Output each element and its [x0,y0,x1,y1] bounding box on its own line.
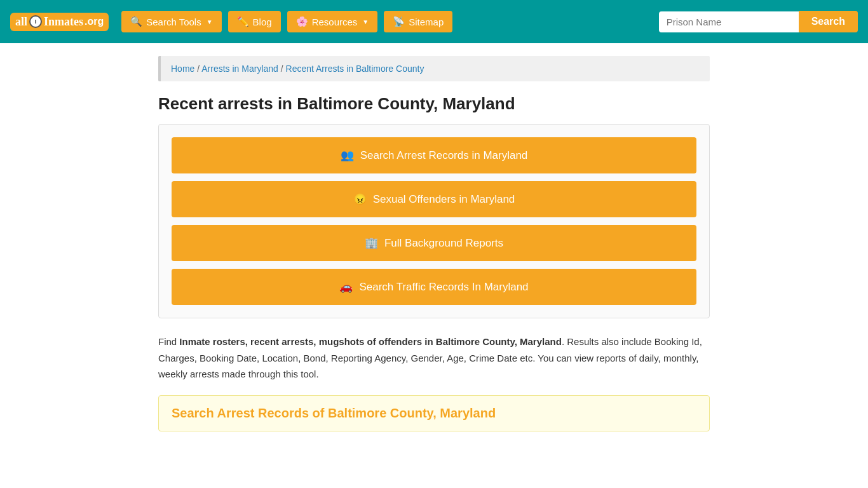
nav-resources[interactable]: 🌸 Resources ▼ [287,11,378,32]
logo-text-org: .org [85,16,104,27]
nav-search-tools[interactable]: 🔍 Search Tools ▼ [121,11,221,32]
search-tools-icon: 🔍 [130,16,142,27]
main-header: all I Inmates .org 🔍 Search Tools ▼ ✏️ B… [0,0,868,43]
breadcrumb-separator-2: / [281,64,286,74]
sitemap-icon: 📡 [393,16,405,27]
nav-sitemap[interactable]: 📡 Sitemap [384,11,452,32]
nav-sitemap-label: Sitemap [409,17,444,27]
background-reports-label: Full Background Reports [384,237,503,250]
arrest-records-icon: 👥 [341,149,354,162]
nav-blog-label: Blog [253,17,272,27]
search-arrest-records-label: Search Arrest Records in Maryland [360,149,528,162]
header-search-button-label: Search [811,16,845,27]
breadcrumb: Home / Arrests in Maryland / Recent Arre… [158,56,710,81]
description-intro: Find [158,336,179,347]
main-content: Home / Arrests in Maryland / Recent Arre… [0,43,868,444]
search-section-title: Search Arrest Records of Baltimore Count… [172,406,696,421]
search-arrest-records-button[interactable]: 👥 Search Arrest Records in Maryland [172,137,696,173]
traffic-records-icon: 🚗 [339,280,353,294]
sexual-offenders-button[interactable]: 😠 Sexual Offenders in Maryland [172,181,696,217]
logo[interactable]: all I Inmates .org [10,13,109,31]
chevron-down-icon: ▼ [207,18,213,25]
prison-name-input[interactable] [659,11,799,32]
blog-icon: ✏️ [237,16,249,27]
logo-text-all: all [15,15,27,29]
nav-search-tools-label: Search Tools [146,17,201,27]
traffic-records-label: Search Traffic Records In Maryland [359,281,528,294]
nav-blog[interactable]: ✏️ Blog [228,11,281,32]
sexual-offenders-label: Sexual Offenders in Maryland [373,193,515,206]
nav-resources-label: Resources [312,17,358,27]
traffic-records-button[interactable]: 🚗 Search Traffic Records In Maryland [172,269,696,305]
breadcrumb-arrests-maryland[interactable]: Arrests in Maryland [201,64,278,74]
description-text: Find Inmate rosters, recent arrests, mug… [158,334,710,383]
background-reports-icon: 🏢 [365,236,378,250]
header-search-button[interactable]: Search [799,11,858,32]
resources-icon: 🌸 [296,16,308,27]
page-title: Recent arrests in Baltimore County, Mary… [158,94,710,114]
action-buttons-card: 👥 Search Arrest Records in Maryland 😠 Se… [158,124,710,318]
logo-text-inmates: Inmates [44,15,83,29]
search-section: Search Arrest Records of Baltimore Count… [158,395,710,431]
breadcrumb-home[interactable]: Home [171,64,194,74]
logo-icon: I [29,15,42,28]
sexual-offenders-icon: 😠 [353,193,367,206]
background-reports-button[interactable]: 🏢 Full Background Reports [172,225,696,261]
breadcrumb-current[interactable]: Recent Arrests in Baltimore County [286,64,424,74]
description-bold: Inmate rosters, recent arrests, mugshots… [179,336,562,347]
chevron-down-icon-resources: ▼ [362,18,369,25]
header-search-group: Search [659,11,858,32]
